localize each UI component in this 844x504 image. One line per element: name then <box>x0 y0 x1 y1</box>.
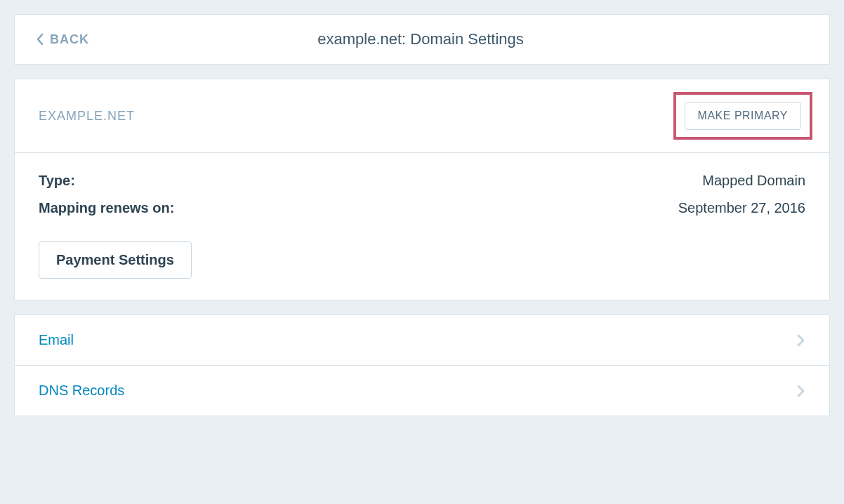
nav-label-dns: DNS Records <box>39 383 124 399</box>
domain-header: EXAMPLE.NET MAKE PRIMARY <box>15 79 829 153</box>
renew-row: Mapping renews on: September 27, 2016 <box>39 200 805 216</box>
nav-card: Email DNS Records <box>14 314 830 416</box>
nav-item-email[interactable]: Email <box>15 315 829 366</box>
make-primary-highlight: MAKE PRIMARY <box>673 92 812 140</box>
header-card: BACK example.net: Domain Settings <box>14 14 830 65</box>
domain-body: Type: Mapped Domain Mapping renews on: S… <box>15 153 829 300</box>
chevron-right-icon <box>796 383 805 399</box>
make-primary-button[interactable]: MAKE PRIMARY <box>685 102 801 130</box>
payment-settings-button[interactable]: Payment Settings <box>39 241 192 279</box>
renew-label: Mapping renews on: <box>39 200 174 216</box>
type-label: Type: <box>39 173 75 189</box>
domain-card: EXAMPLE.NET MAKE PRIMARY Type: Mapped Do… <box>14 79 830 300</box>
nav-label-email: Email <box>39 332 74 348</box>
renew-value: September 27, 2016 <box>678 200 805 216</box>
domain-name-label: EXAMPLE.NET <box>39 109 135 124</box>
nav-item-dns-records[interactable]: DNS Records <box>15 366 829 416</box>
type-value: Mapped Domain <box>702 173 805 189</box>
chevron-right-icon <box>796 333 805 348</box>
type-row: Type: Mapped Domain <box>39 173 805 189</box>
page-title: example.net: Domain Settings <box>33 30 808 48</box>
